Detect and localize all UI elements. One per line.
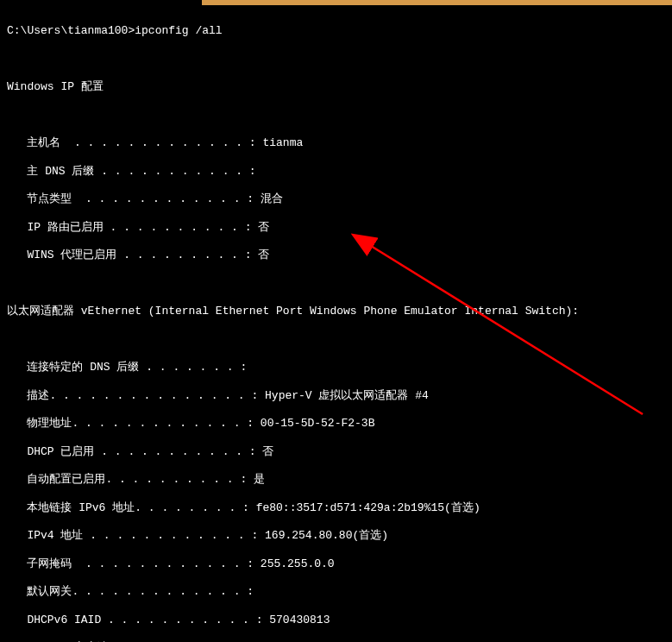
a1-ipv4: IPv4 地址 . . . . . . . . . . . . : 169.25… (7, 529, 665, 543)
a1-iaid: DHCPv6 IAID . . . . . . . . . . . : 5704… (7, 614, 665, 627)
cfg-wins-proxy: WINS 代理已启用 . . . . . . . . . : 否 (7, 249, 665, 262)
cfg-hostname: 主机名 . . . . . . . . . . . . . : tianma (7, 136, 665, 150)
a1-gateway: 默认网关. . . . . . . . . . . . . : (7, 585, 665, 599)
section-header: Windows IP 配置 (7, 80, 665, 94)
cfg-node-type: 节点类型 . . . . . . . . . . . . : 混合 (7, 192, 665, 206)
adapter1-title: 以太网适配器 vEthernet (Internal Ethernet Port… (7, 305, 665, 318)
a1-subnet: 子网掩码 . . . . . . . . . . . . : 255.255.0… (7, 557, 665, 571)
prompt-line: C:\Users\tianma100>ipconfig /all (7, 24, 665, 38)
a1-physaddr: 物理地址. . . . . . . . . . . . . : 00-15-5D… (7, 417, 665, 431)
a1-desc: 描述. . . . . . . . . . . . . . . : Hyper-… (7, 389, 665, 403)
cfg-dns-suffix: 主 DNS 后缀 . . . . . . . . . . . : (7, 165, 665, 179)
a1-autoconf: 自动配置已启用. . . . . . . . . . : 是 (7, 473, 665, 487)
a1-ipv6link: 本地链接 IPv6 地址. . . . . . . . : fe80::3517… (7, 501, 665, 515)
a1-dhcp: DHCP 已启用 . . . . . . . . . . . : 否 (7, 445, 665, 459)
a1-dns-suffix: 连接特定的 DNS 后缀 . . . . . . . : (7, 361, 665, 374)
cfg-ip-routing: IP 路由已启用 . . . . . . . . . . : 否 (7, 221, 665, 235)
terminal-output: C:\Users\tianma100>ipconfig /all Windows… (0, 5, 672, 642)
